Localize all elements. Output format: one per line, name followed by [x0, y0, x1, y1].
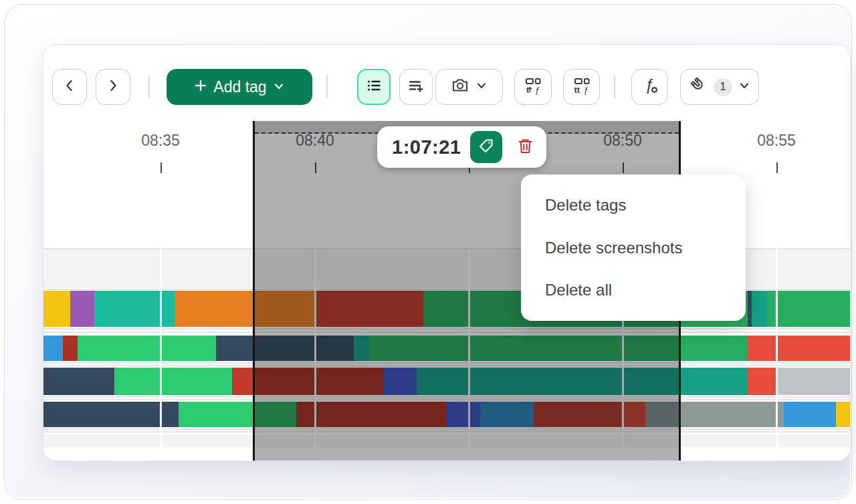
- camera-icon: [451, 76, 469, 98]
- activity-segment[interactable]: [778, 368, 851, 395]
- activity-segment[interactable]: [179, 402, 253, 427]
- chevron-down-icon: [475, 80, 488, 94]
- activity-segment[interactable]: [784, 402, 836, 427]
- activity-segment[interactable]: [748, 336, 851, 361]
- gridline: [776, 173, 778, 461]
- function-gear-icon: ƒ: [640, 76, 660, 98]
- toolbar-divider: [614, 76, 615, 98]
- menu-item-delete-screenshots[interactable]: Delete screenshots: [521, 232, 746, 264]
- add-tag-button[interactable]: Add tag: [167, 69, 312, 105]
- activity-segment[interactable]: [43, 336, 63, 361]
- time-label: 08:35: [114, 132, 207, 150]
- gridline: [160, 173, 162, 461]
- menu-item-delete-tags[interactable]: Delete tags: [521, 189, 746, 221]
- svg-text:ƒ: ƒ: [583, 85, 588, 95]
- tag-icon: [477, 137, 496, 158]
- trash-icon: [516, 137, 534, 158]
- tag-selection-button[interactable]: [470, 131, 502, 163]
- add-tag-label: Add tag: [213, 78, 266, 96]
- time-label: 08:55: [730, 132, 823, 150]
- activity-segment[interactable]: [114, 368, 232, 395]
- plus-icon: [194, 78, 207, 96]
- activity-segment[interactable]: [836, 402, 851, 427]
- svg-text:t: t: [526, 85, 530, 95]
- tags-field-button[interactable]: tt ƒ: [563, 69, 600, 105]
- chevron-down-icon: [273, 78, 285, 96]
- activity-segment[interactable]: [232, 368, 253, 395]
- selection-duration: 1:07:21: [392, 136, 461, 158]
- snap-count-badge: 1: [714, 78, 732, 96]
- screenshots-dropdown-button[interactable]: [435, 69, 503, 105]
- chevron-right-icon: [106, 78, 120, 96]
- snap-settings-dropdown[interactable]: 1: [680, 69, 759, 105]
- list-icon: [365, 77, 383, 97]
- activity-segment[interactable]: [94, 291, 175, 327]
- magnet-icon: [689, 76, 708, 98]
- toolbar-divider: [148, 76, 150, 98]
- activity-segment[interactable]: [767, 291, 851, 327]
- activity-segment[interactable]: [43, 291, 70, 327]
- list-view-toggle[interactable]: [357, 69, 391, 105]
- activity-segment[interactable]: [63, 336, 78, 361]
- add-row-button[interactable]: [399, 69, 433, 105]
- function-settings-button[interactable]: ƒ: [631, 69, 668, 105]
- tags-field-icon: tt ƒ: [572, 76, 591, 98]
- next-period-button[interactable]: [96, 69, 130, 105]
- time-tick: [160, 162, 162, 173]
- activity-segment[interactable]: [70, 291, 94, 327]
- activity-segment[interactable]: [681, 402, 784, 427]
- time-tick: [776, 162, 778, 173]
- menu-item-delete-all[interactable]: Delete all: [521, 274, 746, 306]
- tag-field-icon: t ƒ: [524, 76, 542, 98]
- delete-context-menu: Delete tagsDelete screenshotsDelete all: [521, 174, 746, 321]
- selection-duration-pill: 1:07:21: [377, 126, 546, 168]
- timeline-window: 08:3508:4008:4508:5008:55 Add tag: [43, 44, 851, 461]
- chevron-left-icon: [62, 78, 77, 96]
- toolbar-divider: [326, 76, 328, 98]
- svg-text:tt: tt: [574, 85, 580, 95]
- delete-selection-button[interactable]: [512, 131, 538, 163]
- activity-segment[interactable]: [752, 291, 767, 327]
- playlist-add-icon: [407, 77, 425, 97]
- chevron-down-icon: [738, 80, 750, 94]
- previous-period-button[interactable]: [52, 69, 87, 105]
- toolbar: Add tag: [43, 45, 850, 120]
- activity-segment[interactable]: [43, 368, 114, 395]
- activity-segment[interactable]: [748, 368, 778, 395]
- activity-segment[interactable]: [43, 402, 179, 427]
- tag-field-button[interactable]: t ƒ: [514, 69, 552, 105]
- svg-text:ƒ: ƒ: [535, 85, 540, 95]
- activity-segment[interactable]: [78, 336, 216, 361]
